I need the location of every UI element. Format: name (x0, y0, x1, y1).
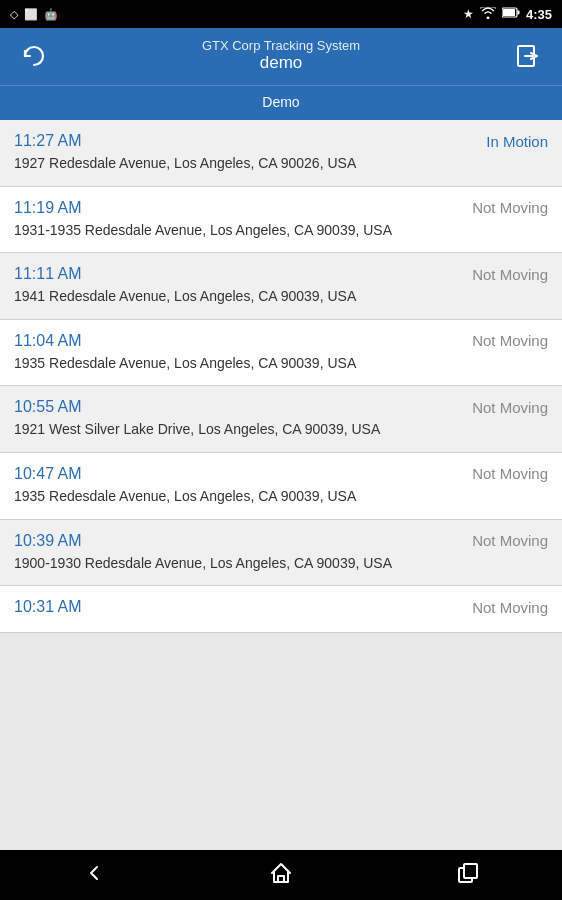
time-display: 4:35 (526, 7, 552, 22)
svg-rect-7 (464, 864, 477, 878)
refresh-button[interactable] (16, 43, 52, 69)
status-bar-right: ★ 4:35 (463, 7, 552, 22)
list-item-status: Not Moving (472, 465, 548, 482)
list-item-address: 1900-1930 Redesdale Avenue, Los Angeles,… (14, 554, 548, 574)
list-item[interactable]: 10:55 AMNot Moving1921 West Silver Lake … (0, 386, 562, 453)
list-item-address: 1935 Redesdale Avenue, Los Angeles, CA 9… (14, 354, 548, 374)
list-item-status: Not Moving (472, 532, 548, 549)
list-item-address: 1941 Redesdale Avenue, Los Angeles, CA 9… (14, 287, 548, 307)
list-item[interactable]: 10:47 AMNot Moving1935 Redesdale Avenue,… (0, 453, 562, 520)
exit-button[interactable] (510, 43, 546, 69)
sub-header: Demo (0, 85, 562, 120)
status-bar: ◇ ⬜ 🤖 ★ 4:35 (0, 0, 562, 28)
list-item-time: 11:19 AM (14, 199, 82, 217)
list-item-time: 11:11 AM (14, 265, 82, 283)
svg-rect-2 (517, 11, 519, 15)
status-bar-left: ◇ ⬜ 🤖 (10, 8, 58, 21)
header-subtitle: demo (260, 53, 303, 73)
wifi-icon (480, 7, 496, 22)
back-button[interactable] (62, 853, 126, 898)
list-item[interactable]: 11:19 AMNot Moving1931-1935 Redesdale Av… (0, 187, 562, 254)
diamond-icon: ◇ (10, 8, 18, 21)
list-item-time: 10:55 AM (14, 398, 82, 416)
bluetooth-icon: ★ (463, 7, 474, 21)
list-item-time: 10:39 AM (14, 532, 82, 550)
app-header: GTX Corp Tracking System demo (0, 28, 562, 85)
list-item-status: Not Moving (472, 266, 548, 283)
list-item-status: Not Moving (472, 599, 548, 616)
list-item-status: Not Moving (472, 399, 548, 416)
image-icon: ⬜ (24, 8, 38, 21)
list-item[interactable]: 11:11 AMNot Moving1941 Redesdale Avenue,… (0, 253, 562, 320)
list-item[interactable]: 11:27 AMIn Motion1927 Redesdale Avenue, … (0, 120, 562, 187)
list-item[interactable]: 10:39 AMNot Moving1900-1930 Redesdale Av… (0, 520, 562, 587)
svg-rect-5 (278, 876, 284, 882)
list-item-time: 10:47 AM (14, 465, 82, 483)
list-item[interactable]: 11:04 AMNot Moving1935 Redesdale Avenue,… (0, 320, 562, 387)
header-center: GTX Corp Tracking System demo (52, 38, 510, 73)
list-item[interactable]: 10:31 AMNot Moving (0, 586, 562, 633)
recent-apps-button[interactable] (436, 853, 500, 898)
list-item-time: 11:04 AM (14, 332, 82, 350)
list-item-status: In Motion (486, 133, 548, 150)
tracking-list: 11:27 AMIn Motion1927 Redesdale Avenue, … (0, 120, 562, 850)
list-item-time: 11:27 AM (14, 132, 82, 150)
header-title: GTX Corp Tracking System (202, 38, 360, 53)
list-item-address: 1927 Redesdale Avenue, Los Angeles, CA 9… (14, 154, 548, 174)
list-item-status: Not Moving (472, 332, 548, 349)
list-item-address: 1935 Redesdale Avenue, Los Angeles, CA 9… (14, 487, 548, 507)
list-item-address: 1921 West Silver Lake Drive, Los Angeles… (14, 420, 548, 440)
sub-header-label: Demo (262, 94, 299, 110)
list-item-status: Not Moving (472, 199, 548, 216)
android-icon: 🤖 (44, 8, 58, 21)
home-button[interactable] (249, 853, 313, 898)
bottom-nav (0, 850, 562, 900)
list-item-address: 1931-1935 Redesdale Avenue, Los Angeles,… (14, 221, 548, 241)
battery-icon (502, 7, 520, 21)
svg-rect-1 (503, 9, 515, 16)
list-item-time: 10:31 AM (14, 598, 82, 616)
